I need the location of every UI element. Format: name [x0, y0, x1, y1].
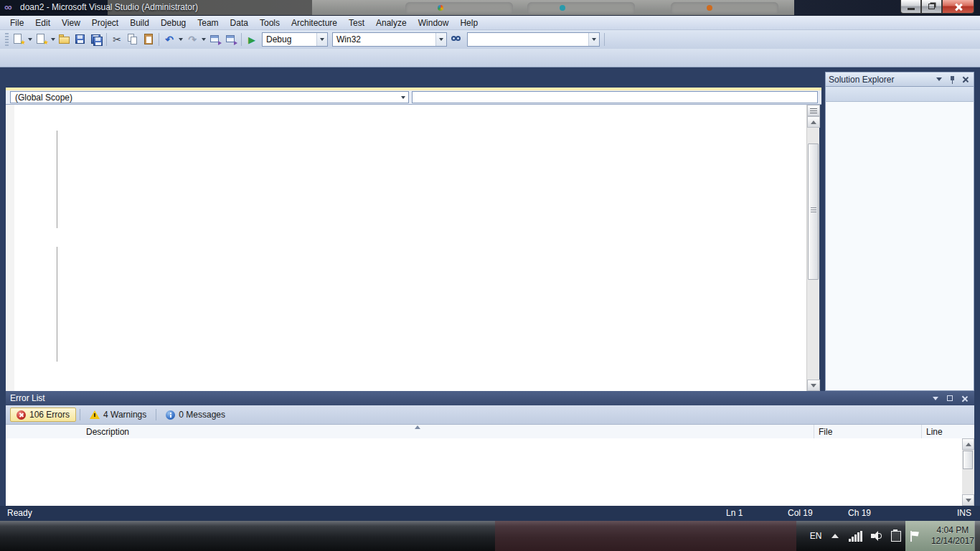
menu-test[interactable]: Test	[343, 16, 370, 30]
background-tab	[405, 2, 513, 14]
error-list-panel: Error List 106 Errors 4 Warnings 0 Messa…	[6, 391, 974, 506]
menu-window[interactable]: Window	[413, 16, 455, 30]
find-combo[interactable]	[467, 32, 600, 47]
toolbar-separator	[241, 33, 242, 46]
solution-explorer-toolbar	[825, 86, 974, 102]
solution-tree	[825, 102, 974, 391]
system-tray: EN 4:04 PM 12/14/2017	[810, 521, 974, 551]
cut-icon[interactable]: ✂	[110, 32, 124, 47]
minimize-button[interactable]	[900, 0, 921, 14]
chevron-down-icon[interactable]	[316, 33, 327, 46]
show-desktop-button[interactable]	[974, 521, 980, 551]
fold-guide	[57, 247, 57, 362]
close-icon[interactable]	[958, 393, 970, 403]
show-hidden-icons-icon[interactable]	[831, 534, 839, 538]
language-indicator[interactable]: EN	[810, 531, 822, 541]
window-position-menu-icon[interactable]	[933, 75, 945, 85]
menu-data[interactable]: Data	[225, 16, 254, 30]
menu-help[interactable]: Help	[454, 16, 484, 30]
save-icon[interactable]	[73, 32, 88, 47]
editor-vertical-scrollbar[interactable]	[806, 105, 819, 391]
member-dropdown[interactable]	[412, 91, 818, 103]
scope-dropdown[interactable]: (Global Scope)	[10, 91, 409, 103]
solution-configurations-dropdown[interactable]: Debug	[262, 32, 328, 47]
find-in-files[interactable]	[450, 32, 464, 47]
toolbar-grip[interactable]	[5, 33, 9, 46]
add-item-icon[interactable]: ★	[34, 32, 49, 47]
code-editor[interactable]	[6, 105, 806, 391]
background-tab	[671, 2, 778, 14]
menu-debug[interactable]: Debug	[155, 16, 192, 30]
menu-analyze[interactable]: Analyze	[370, 16, 413, 30]
pending-changes-icon[interactable]	[224, 32, 238, 47]
tray-time: 4:04 PM	[931, 525, 974, 536]
selector-column-header	[6, 425, 37, 438]
taskbar-tint	[495, 521, 796, 551]
scrollbar-thumb[interactable]	[963, 451, 973, 469]
open-file-icon[interactable]	[57, 32, 72, 47]
scroll-up-button[interactable]	[962, 438, 974, 450]
error-list-title: Error List	[10, 393, 927, 403]
menu-architecture[interactable]: Architecture	[286, 16, 343, 30]
start-debugging[interactable]: ▶	[245, 32, 259, 47]
save-all-icon[interactable]	[89, 32, 103, 47]
menu-project[interactable]: Project	[86, 16, 124, 30]
errors-filter-button[interactable]: 106 Errors	[10, 408, 76, 422]
visual-studio-logo-icon: ∞	[4, 1, 12, 13]
menu-tools[interactable]: Tools	[254, 16, 286, 30]
error-list-scrollbar[interactable]	[962, 438, 974, 506]
chevron-down-icon[interactable]	[588, 33, 599, 46]
toolbar-separator	[604, 33, 605, 46]
menu-build[interactable]: Build	[124, 16, 155, 30]
line-column-header[interactable]: Line	[922, 425, 974, 438]
fold-guide	[57, 131, 57, 228]
solution-platforms-dropdown[interactable]: Win32	[332, 32, 447, 47]
menu-team[interactable]: Team	[192, 16, 224, 30]
flag-icon[interactable]	[910, 531, 920, 542]
clock[interactable]: 4:04 PM 12/14/2017	[931, 525, 974, 547]
error-list-title-bar[interactable]: Error List	[6, 391, 974, 405]
scroll-down-button[interactable]	[962, 494, 974, 506]
status-character: Ch 19	[848, 508, 871, 518]
scroll-up-button[interactable]	[807, 116, 820, 128]
messages-filter-button[interactable]: 0 Messages	[160, 408, 231, 422]
menu-file[interactable]: File	[4, 16, 29, 30]
status-line: Ln 1	[726, 508, 743, 518]
auto-hide-pin-icon[interactable]	[946, 75, 958, 85]
warnings-filter-button[interactable]: 4 Warnings	[84, 408, 152, 422]
action-center-icon[interactable]	[891, 531, 901, 542]
chevron-down-icon[interactable]	[435, 33, 446, 46]
paste-icon[interactable]	[141, 32, 156, 47]
background-favicon	[707, 5, 712, 11]
solution-explorer-title-bar[interactable]: Solution Explorer	[825, 72, 974, 86]
scroll-down-button[interactable]	[807, 380, 820, 391]
window-position-menu-icon[interactable]	[930, 393, 941, 403]
maximize-icon[interactable]	[944, 393, 956, 403]
file-column-header[interactable]: File	[814, 425, 922, 438]
tray-date: 12/14/2017	[931, 536, 974, 547]
copy-icon[interactable]	[126, 32, 140, 47]
menu-view[interactable]: View	[56, 16, 86, 30]
background-favicon	[560, 5, 565, 11]
network-icon[interactable]	[849, 531, 862, 542]
indicator-margin	[6, 105, 14, 391]
volume-icon[interactable]	[871, 531, 882, 541]
close-button[interactable]	[942, 0, 974, 14]
status-column: Col 19	[788, 508, 813, 518]
debug-config-value: Debug	[266, 34, 291, 44]
chevron-down-icon[interactable]	[397, 92, 408, 103]
redo-icon[interactable]: ↷	[185, 32, 199, 47]
close-icon[interactable]	[959, 75, 971, 85]
menu-edit[interactable]: Edit	[29, 16, 56, 30]
toolbar-separator	[106, 33, 107, 46]
scrollbar-thumb[interactable]	[808, 143, 819, 280]
undo-icon[interactable]: ↶	[162, 32, 176, 47]
new-project-icon[interactable]: ★	[11, 32, 26, 47]
navigate-window-icon[interactable]	[208, 32, 222, 47]
splitter-handle[interactable]	[807, 105, 820, 116]
sort-ascending-icon	[415, 425, 420, 429]
menu-bar: FileEditViewProjectBuildDebugTeamDataToo…	[0, 16, 980, 30]
error-rows	[6, 438, 974, 506]
restore-button[interactable]	[921, 0, 942, 14]
description-column-header[interactable]: Description	[37, 425, 814, 438]
